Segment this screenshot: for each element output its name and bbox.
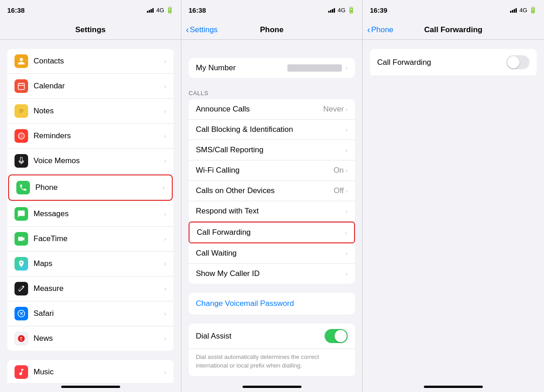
phone-back-label: Settings [190,25,218,34]
music-icon [15,365,28,379]
sidebar-item-messages[interactable]: Messages › [7,202,174,227]
phone-call-blocking[interactable]: Call Blocking & Identification › [189,120,355,140]
show-caller-id-label: Show My Caller ID [196,269,345,278]
home-bar-forwarding [424,386,483,388]
home-indicator-forwarding [363,383,544,392]
sidebar-item-voicememos[interactable]: Voice Memos › [7,149,174,174]
home-indicator-settings [0,383,181,392]
calls-other-value: Off [334,186,344,195]
calendar-chevron: › [164,82,166,90]
phone-icon [16,181,30,194]
forwarding-toggle-item[interactable]: Call Forwarding [370,49,537,76]
sidebar-item-contacts[interactable]: Contacts › [7,49,174,74]
settings-title: Settings [75,25,106,34]
safari-chevron: › [164,310,166,317]
phone-back-button[interactable]: ‹ Settings [186,24,218,35]
voicemail-link-text: Change Voicemail Password [196,299,294,308]
panel-phone: 16:38 4G 🔋 ‹ Settings Phone My Number › [181,0,363,392]
toggle-knob [335,330,347,342]
status-bar-forwarding: 16:39 4G 🔋 [363,0,544,20]
sidebar-item-maps[interactable]: Maps › [7,252,174,276]
sidebar-item-safari[interactable]: Safari › [7,301,174,326]
call-blocking-chevron: › [345,126,348,133]
status-bar-phone: 16:38 4G 🔋 [181,0,362,20]
network-type-phone: 4G [338,7,345,14]
measure-chevron: › [164,285,166,292]
voicememos-chevron: › [164,157,166,165]
sidebar-item-music[interactable]: Music › [7,360,174,383]
announce-calls-value: Never [323,105,344,114]
svg-point-2 [18,133,24,139]
svg-rect-0 [18,83,24,90]
wifi-calling-value: On [334,166,344,175]
reminders-icon [15,129,28,143]
home-indicator-phone [181,383,362,392]
sidebar-item-notes[interactable]: Notes › [7,99,174,124]
forwarding-back-button[interactable]: ‹ Phone [367,24,393,35]
sidebar-item-phone[interactable]: Phone › [8,174,173,201]
network-type-settings: 4G [156,7,164,14]
facetime-icon [15,232,28,246]
phone-call-forwarding[interactable]: Call Forwarding › [189,222,355,243]
settings-list: Contacts › Calendar › Notes › [0,40,181,383]
phone-wifi-calling[interactable]: Wi-Fi Calling On › [189,160,355,181]
maps-icon [15,257,28,271]
dial-assist-desc-text: Dial assist automatically determines the… [196,353,319,369]
svg-point-3 [19,135,20,136]
measure-label: Measure [34,284,164,293]
signal-icon-forwarding [510,7,517,13]
contacts-label: Contacts [34,57,164,66]
notes-label: Notes [34,106,164,116]
battery-icon-forwarding: 🔋 [529,6,537,14]
announce-calls-label: Announce Calls [196,105,323,114]
calendar-icon [15,79,28,93]
call-waiting-label: Call Waiting [196,249,345,258]
music-label: Music [34,368,164,377]
sidebar-item-news[interactable]: News › [7,326,174,351]
reminders-label: Reminders [34,131,164,140]
safari-icon [15,307,28,320]
phone-announce-calls[interactable]: Announce Calls Never › [189,99,355,120]
status-time-settings: 16:38 [7,6,24,14]
status-icons-phone: 4G 🔋 [328,6,355,14]
phone-show-caller-id[interactable]: Show My Caller ID › [189,264,355,284]
panel-settings: 16:38 4G 🔋 Settings Contacts › [0,0,181,392]
voicemail-link[interactable]: Change Voicemail Password [189,293,355,315]
forwarding-back-label: Phone [371,25,393,34]
call-waiting-chevron: › [345,250,348,257]
call-forwarding-chevron: › [345,229,347,236]
dial-assist-item[interactable]: Dial Assist [189,324,355,349]
phone-respond-text[interactable]: Respond with Text › [189,201,355,222]
wifi-calling-label: Wi-Fi Calling [196,166,334,175]
dial-assist-description: Dial assist automatically determines the… [189,349,355,376]
signal-icon-phone [328,7,335,13]
status-time-forwarding: 16:39 [370,6,387,14]
voicememos-label: Voice Memos [34,156,164,165]
news-chevron: › [164,335,166,342]
maps-chevron: › [164,260,166,267]
home-bar-settings [61,386,120,388]
forwarding-title: Call Forwarding [424,25,482,34]
phone-call-waiting[interactable]: Call Waiting › [189,243,355,264]
forwarding-toggle-knob [507,56,520,68]
messages-chevron: › [164,210,166,218]
sidebar-item-calendar[interactable]: Calendar › [7,74,174,99]
dial-assist-label: Dial Assist [196,332,325,341]
measure-icon [15,282,28,295]
phone-label: Phone [35,183,162,192]
sidebar-item-measure[interactable]: Measure › [7,276,174,301]
phone-title: Phone [260,25,284,34]
phone-calls-other[interactable]: Calls on Other Devices Off › [189,181,355,201]
maps-label: Maps [34,259,164,268]
respond-text-label: Respond with Text [196,207,345,216]
phone-sms-call[interactable]: SMS/Call Reporting › [189,140,355,160]
dial-assist-toggle[interactable] [325,329,348,343]
news-icon [15,332,28,345]
sidebar-item-facetime[interactable]: FaceTime › [7,227,174,252]
settings-group-2: Music › TV › Photos › [7,360,174,383]
reminders-chevron: › [164,132,166,140]
phone-my-number[interactable]: My Number › [189,58,355,78]
calls-other-chevron: › [345,187,348,194]
forwarding-toggle[interactable] [506,55,529,69]
sidebar-item-reminders[interactable]: Reminders › [7,124,174,149]
